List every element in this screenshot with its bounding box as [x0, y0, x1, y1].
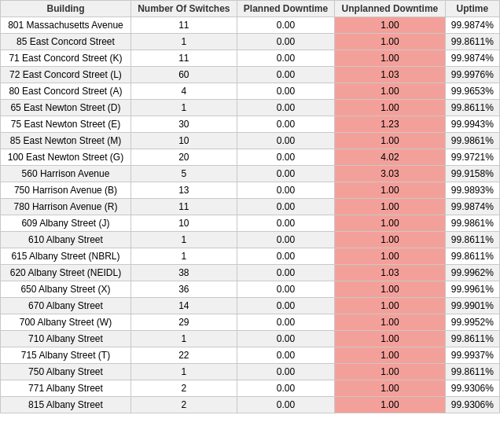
cell-uptime: 99.8611%: [445, 232, 499, 248]
cell-planned: 0.00: [237, 199, 334, 215]
cell-uptime: 99.9943%: [445, 116, 499, 133]
table-row: 750 Albany Street10.001.0099.8611%: [1, 364, 500, 380]
cell-unplanned: 1.00: [335, 347, 445, 364]
cell-building: 100 East Newton Street (G): [1, 149, 131, 166]
cell-planned: 0.00: [237, 265, 334, 281]
cell-unplanned: 1.00: [335, 380, 445, 397]
header-planned: Planned Downtime: [237, 1, 334, 17]
cell-planned: 0.00: [237, 34, 334, 50]
cell-unplanned: 1.00: [335, 215, 445, 232]
cell-unplanned: 1.03: [335, 67, 445, 83]
cell-uptime: 99.9158%: [445, 166, 499, 182]
cell-building: 615 Albany Street (NBRL): [1, 248, 131, 265]
table-row: 75 East Newton Street (E)300.001.2399.99…: [1, 116, 500, 133]
table-row: 609 Albany Street (J)100.001.0099.9861%: [1, 215, 500, 232]
cell-planned: 0.00: [237, 67, 334, 83]
cell-uptime: 99.9976%: [445, 67, 499, 83]
table-row: 85 East Newton Street (M)100.001.0099.98…: [1, 133, 500, 149]
cell-switches: 1: [131, 100, 237, 116]
header-uptime: Uptime: [445, 1, 499, 17]
cell-switches: 36: [131, 281, 237, 298]
cell-uptime: 99.9306%: [445, 380, 499, 397]
cell-uptime: 99.8611%: [445, 364, 499, 380]
cell-switches: 2: [131, 380, 237, 397]
cell-unplanned: 1.00: [335, 182, 445, 199]
table-row: 801 Massachusetts Avenue110.001.0099.987…: [1, 17, 500, 34]
cell-planned: 0.00: [237, 347, 334, 364]
header-building: Building: [1, 1, 131, 17]
cell-switches: 11: [131, 17, 237, 34]
cell-building: 801 Massachusetts Avenue: [1, 17, 131, 34]
cell-unplanned: 1.00: [335, 331, 445, 347]
cell-building: 609 Albany Street (J): [1, 215, 131, 232]
cell-unplanned: 1.00: [335, 100, 445, 116]
cell-unplanned: 1.00: [335, 133, 445, 149]
cell-planned: 0.00: [237, 100, 334, 116]
cell-uptime: 99.9874%: [445, 199, 499, 215]
header-unplanned: Unplanned Downtime: [335, 1, 445, 17]
table-row: 560 Harrison Avenue50.003.0399.9158%: [1, 166, 500, 182]
header-switches: Number Of Switches: [131, 1, 237, 17]
cell-uptime: 99.9874%: [445, 17, 499, 34]
cell-unplanned: 1.00: [335, 248, 445, 265]
cell-building: 71 East Concord Street (K): [1, 50, 131, 67]
table-row: 650 Albany Street (X)360.001.0099.9961%: [1, 281, 500, 298]
cell-planned: 0.00: [237, 182, 334, 199]
cell-planned: 0.00: [237, 83, 334, 100]
cell-switches: 10: [131, 215, 237, 232]
cell-planned: 0.00: [237, 298, 334, 314]
cell-uptime: 99.9861%: [445, 133, 499, 149]
cell-uptime: 99.9952%: [445, 314, 499, 331]
cell-uptime: 99.9306%: [445, 397, 499, 413]
table-row: 771 Albany Street20.001.0099.9306%: [1, 380, 500, 397]
table-row: 750 Harrison Avenue (B)130.001.0099.9893…: [1, 182, 500, 199]
cell-building: 85 East Concord Street: [1, 34, 131, 50]
cell-planned: 0.00: [237, 364, 334, 380]
cell-planned: 0.00: [237, 133, 334, 149]
cell-switches: 14: [131, 298, 237, 314]
cell-planned: 0.00: [237, 17, 334, 34]
table-row: 65 East Newton Street (D)10.001.0099.861…: [1, 100, 500, 116]
cell-building: 75 East Newton Street (E): [1, 116, 131, 133]
cell-planned: 0.00: [237, 215, 334, 232]
cell-unplanned: 1.00: [335, 17, 445, 34]
cell-switches: 1: [131, 34, 237, 50]
table-row: 71 East Concord Street (K)110.001.0099.9…: [1, 50, 500, 67]
cell-uptime: 99.9901%: [445, 298, 499, 314]
cell-switches: 60: [131, 67, 237, 83]
table-row: 715 Albany Street (T)220.001.0099.9937%: [1, 347, 500, 364]
cell-unplanned: 1.00: [335, 281, 445, 298]
cell-planned: 0.00: [237, 116, 334, 133]
cell-switches: 1: [131, 364, 237, 380]
cell-switches: 20: [131, 149, 237, 166]
cell-switches: 1: [131, 248, 237, 265]
cell-planned: 0.00: [237, 232, 334, 248]
cell-unplanned: 1.00: [335, 397, 445, 413]
cell-planned: 0.00: [237, 397, 334, 413]
cell-building: 620 Albany Street (NEIDL): [1, 265, 131, 281]
cell-uptime: 99.8611%: [445, 331, 499, 347]
cell-switches: 30: [131, 116, 237, 133]
cell-planned: 0.00: [237, 149, 334, 166]
cell-unplanned: 1.03: [335, 265, 445, 281]
table-row: 710 Albany Street10.001.0099.8611%: [1, 331, 500, 347]
cell-uptime: 99.8611%: [445, 34, 499, 50]
table-row: 615 Albany Street (NBRL)10.001.0099.8611…: [1, 248, 500, 265]
cell-building: 700 Albany Street (W): [1, 314, 131, 331]
cell-building: 771 Albany Street: [1, 380, 131, 397]
cell-building: 610 Albany Street: [1, 232, 131, 248]
cell-switches: 29: [131, 314, 237, 331]
cell-unplanned: 4.02: [335, 149, 445, 166]
cell-uptime: 99.8611%: [445, 100, 499, 116]
cell-switches: 1: [131, 331, 237, 347]
cell-building: 72 East Concord Street (L): [1, 67, 131, 83]
cell-planned: 0.00: [237, 281, 334, 298]
cell-building: 65 East Newton Street (D): [1, 100, 131, 116]
cell-building: 560 Harrison Avenue: [1, 166, 131, 182]
cell-unplanned: 1.00: [335, 232, 445, 248]
cell-switches: 38: [131, 265, 237, 281]
cell-switches: 2: [131, 397, 237, 413]
cell-unplanned: 1.00: [335, 83, 445, 100]
cell-building: 715 Albany Street (T): [1, 347, 131, 364]
cell-switches: 4: [131, 83, 237, 100]
